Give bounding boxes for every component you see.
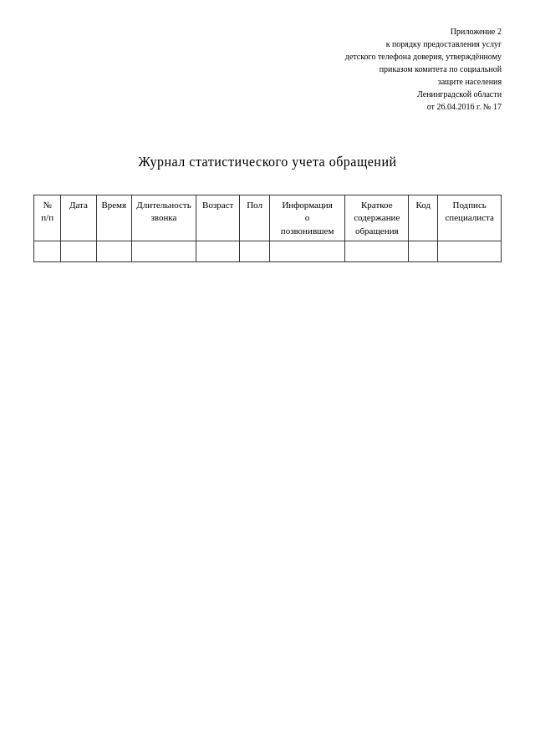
cell-num (34, 241, 61, 262)
header-line1: Приложение 2 (33, 25, 502, 38)
col-header-date: Дата (61, 195, 96, 241)
col-header-code: Код (409, 195, 438, 241)
table-header-row: №п/п Дата Время Длительностьзвонка Возра… (34, 195, 502, 241)
cell-sign (438, 241, 502, 262)
col-header-duration: Длительностьзвонка (131, 195, 196, 241)
cell-duration (131, 241, 196, 262)
col-header-brief: Краткоесодержаниеобращения (345, 195, 409, 241)
col-header-age: Возраст (196, 195, 240, 241)
col-header-num: №п/п (34, 195, 61, 241)
header-line7: от 26.04.2016 г. № 17 (33, 100, 502, 113)
cell-gender (240, 241, 269, 262)
cell-brief (345, 241, 409, 262)
cell-time (96, 241, 131, 262)
title-section: Журнал статистического учета обращений (33, 155, 502, 170)
page-title: Журнал статистического учета обращений (33, 155, 502, 170)
header-line3: детского телефона доверия, утверждённому (33, 50, 502, 63)
cell-info (269, 241, 345, 262)
table-wrapper: №п/п Дата Время Длительностьзвонка Возра… (33, 195, 502, 262)
header-line5: защите населения (33, 75, 502, 88)
table-row (34, 241, 502, 262)
header-block: Приложение 2 к порядку предоставления ус… (33, 25, 502, 113)
cell-age (196, 241, 240, 262)
col-header-sign: Подписьспециалиста (438, 195, 502, 241)
records-table: №п/п Дата Время Длительностьзвонка Возра… (33, 195, 502, 262)
header-line2: к порядку предоставления услуг (33, 38, 502, 50)
cell-code (409, 241, 438, 262)
header-line4: приказом комитета по социальной (33, 63, 502, 75)
document-page: Приложение 2 к порядку предоставления ус… (0, 0, 535, 756)
col-header-time: Время (96, 195, 131, 241)
col-header-gender: Пол (240, 195, 269, 241)
header-line6: Ленинградской области (33, 88, 502, 100)
cell-date (61, 241, 96, 262)
col-header-info: Информацияопозвонившем (269, 195, 345, 241)
